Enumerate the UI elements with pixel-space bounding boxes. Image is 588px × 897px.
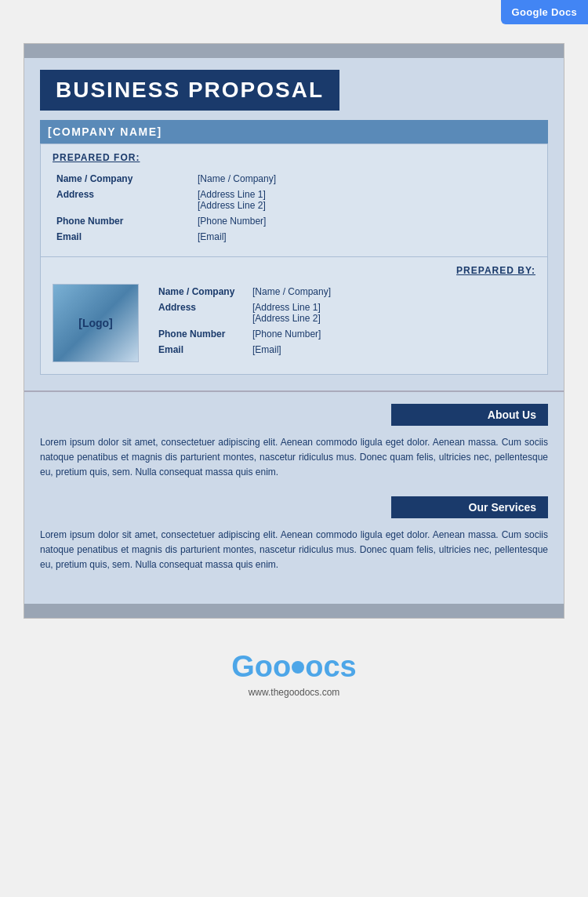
table-row: Email [Email] bbox=[53, 229, 535, 245]
field-value: [Phone Number] bbox=[249, 326, 535, 342]
watermark-url: www.thegoodocs.com bbox=[0, 687, 588, 698]
field-key: Address bbox=[53, 187, 194, 213]
company-name: [COMPANY NAME] bbox=[48, 125, 162, 138]
prepared-by-table: Name / Company [Name / Company] Address … bbox=[154, 284, 535, 358]
our-services-section: Our Services Lorem ipsum dolor sit amet,… bbox=[40, 496, 548, 573]
goodocs-logo: G oo ocs bbox=[0, 650, 588, 684]
table-row: Name / Company [Name / Company] bbox=[154, 284, 535, 300]
prepared-by-section: PREPARED BY: [Logo] Name / Company [Name… bbox=[40, 257, 548, 375]
doc-header-bar bbox=[24, 44, 564, 58]
prepared-by-inner: [Logo] Name / Company [Name / Company] A… bbox=[53, 284, 535, 362]
field-value: [Email] bbox=[249, 342, 535, 358]
table-row: Address [Address Line 1] [Address Line 2… bbox=[154, 300, 535, 326]
field-key: Address bbox=[154, 300, 249, 326]
title-block: BUSINESS PROPOSAL bbox=[40, 70, 339, 111]
field-key: Name / Company bbox=[154, 284, 249, 300]
table-row: Address [Address Line 1] [Address Line 2… bbox=[53, 187, 535, 213]
field-value: [Name / Company] bbox=[194, 171, 535, 187]
table-row: Name / Company [Name / Company] bbox=[53, 171, 535, 187]
field-key: Email bbox=[154, 342, 249, 358]
watermark-section: G oo ocs www.thegoodocs.com bbox=[0, 619, 588, 714]
logo-placeholder-box: [Logo] bbox=[53, 284, 139, 362]
our-services-text: Lorem ipsum dolor sit amet, consectetuer… bbox=[40, 528, 548, 573]
google-docs-badge: Google Docs bbox=[501, 0, 588, 24]
prepared-for-table: Name / Company [Name / Company] Address … bbox=[53, 171, 535, 245]
our-services-heading: Our Services bbox=[391, 496, 548, 518]
document-wrapper: BUSINESS PROPOSAL [COMPANY NAME] PREPARE… bbox=[24, 43, 564, 619]
doc-body-2: About Us Lorem ipsum dolor sit amet, con… bbox=[24, 390, 564, 604]
prepared-for-section: PREPARED FOR: Name / Company [Name / Com… bbox=[40, 143, 548, 257]
logo-placeholder-text: [Logo] bbox=[78, 317, 113, 329]
field-key: Phone Number bbox=[154, 326, 249, 342]
field-value: [Name / Company] bbox=[249, 284, 535, 300]
doc-title: BUSINESS PROPOSAL bbox=[56, 78, 324, 103]
logo-circle-icon bbox=[292, 661, 304, 674]
doc-footer-bar bbox=[24, 604, 564, 618]
field-value: [Address Line 1] [Address Line 2] bbox=[249, 300, 535, 326]
about-us-section: About Us Lorem ipsum dolor sit amet, con… bbox=[40, 404, 548, 481]
prepared-for-label: PREPARED FOR: bbox=[53, 152, 535, 163]
table-row: Email [Email] bbox=[154, 342, 535, 358]
field-value: [Email] bbox=[194, 229, 535, 245]
about-us-heading: About Us bbox=[391, 404, 548, 426]
logo-letters-rest: ocs bbox=[305, 650, 356, 684]
field-value: [Address Line 1] [Address Line 2] bbox=[194, 187, 535, 213]
logo-letters-oo: oo bbox=[255, 650, 291, 684]
field-key: Email bbox=[53, 229, 194, 245]
field-key: Phone Number bbox=[53, 213, 194, 229]
company-name-row: [COMPANY NAME] bbox=[40, 120, 548, 143]
about-us-text: Lorem ipsum dolor sit amet, consectetuer… bbox=[40, 435, 548, 481]
field-key: Name / Company bbox=[53, 171, 194, 187]
table-row: Phone Number [Phone Number] bbox=[53, 213, 535, 229]
logo-letter-g: G bbox=[231, 650, 255, 684]
prepared-by-label: PREPARED BY: bbox=[53, 265, 535, 276]
doc-body: BUSINESS PROPOSAL [COMPANY NAME] PREPARE… bbox=[24, 58, 564, 390]
table-row: Phone Number [Phone Number] bbox=[154, 326, 535, 342]
field-value: [Phone Number] bbox=[194, 213, 535, 229]
